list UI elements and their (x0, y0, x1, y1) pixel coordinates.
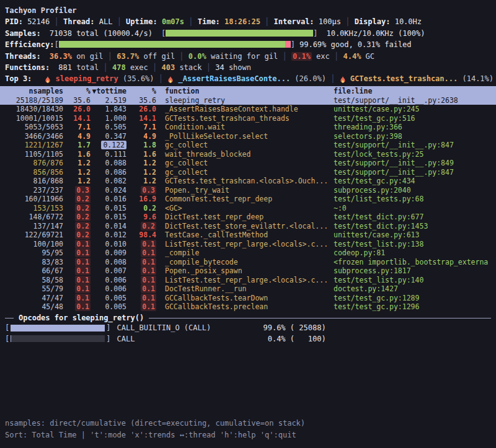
table-row[interactable]: 816/8681.20.0821.2GCTests.test_trashcan.… (0, 177, 496, 186)
cell-pct-direct: 0.1 (75, 240, 91, 248)
opcode-bar (11, 335, 105, 342)
bar-bracket-open-icon: [ (54, 40, 58, 49)
efficiency-label: Efficiency: (5, 40, 54, 49)
cell-function: DocTestRunner.__run (165, 284, 247, 293)
divider-line (149, 318, 491, 318)
samples-bar-fill (166, 30, 313, 37)
cell-nsamples: 1105/1105 (25, 150, 63, 159)
cell-pct-direct: 0.1 (75, 284, 91, 293)
table-row[interactable]: 237/2370.30.0240.3Popen._try_waitsubproc… (0, 186, 496, 195)
bar-bracket-close-icon: ] (291, 40, 295, 49)
opcode-bar (11, 325, 105, 332)
cell-pct-cumulative: 1.2 (143, 168, 156, 177)
cell-pct-cumulative: 0.2 (141, 222, 156, 231)
opcodes-list: []CALL_BUILTIN_O (CALL)99.6% ( 25088)[]C… (0, 323, 496, 345)
column-header-file-line[interactable]: file:line (330, 86, 492, 96)
cell-pct-direct: 0.2 (75, 204, 91, 213)
samples-rate-bar (166, 30, 313, 37)
cell-pct-cumulative: 26.0 (139, 105, 156, 113)
top3-function-name: sleeping_retry (56, 74, 118, 83)
cell-function: gc_collect (165, 168, 208, 177)
samples-label: Samples: (5, 29, 41, 38)
functions-total-name: total (72, 63, 99, 72)
column-header-tottime-sort[interactable]: ▼tottime (91, 86, 126, 96)
opcode-name: CALL_BUILTIN_O (CALL) (117, 323, 263, 332)
threads-off-gil-name: off gil (139, 52, 175, 61)
table-row[interactable]: 1221/12671.70.1221.8gc_collecttest/suppo… (0, 141, 496, 150)
cell-tottime: 0.015 (105, 204, 126, 213)
cell-tottime: 0.010 (105, 240, 126, 248)
table-row[interactable]: 55/790.10.0060.1DocTestRunner.__rundocte… (0, 284, 496, 294)
cell-nsamples: 137/147 (33, 222, 63, 231)
table-row[interactable]: 47/470.10.0050.1GCCallbackTests.tearDown… (0, 294, 496, 303)
cell-function: Condition.wait (165, 123, 225, 131)
table-row[interactable]: 148/67720.20.0159.6DictTest.test_repr_de… (0, 213, 496, 222)
table-row[interactable]: 10001/1001514.11.00014.1GCTests.test_tra… (0, 114, 496, 123)
separator: │ (260, 17, 274, 26)
table-row[interactable]: 5053/50537.10.5057.1Condition.waitthread… (0, 123, 496, 132)
cell-nsamples: 66/67 (42, 266, 63, 275)
table-row[interactable]: 856/8561.20.0861.2gc_collecttest/support… (0, 168, 496, 177)
status-thread-label: Thread: (63, 17, 99, 26)
functions-exec-value: 478 (112, 63, 126, 72)
cell-file-line: test/test_list.py:138 (334, 240, 423, 248)
functions-shown-value: 34 (215, 63, 224, 72)
table-row[interactable]: 18430/1843026.01.84326.0_AssertRaisesBas… (0, 105, 496, 114)
cell-nsamples: 856/856 (33, 168, 63, 177)
table-row[interactable]: 153/1530.20.0150.2<GC>~:0 (0, 204, 496, 213)
table-row[interactable]: 100/1000.10.0100.1ListTest.test_repr_lar… (0, 240, 496, 249)
cell-tottime: 0.024 (105, 186, 126, 195)
column-header-pct-cumulative[interactable]: % (126, 86, 156, 96)
status-display-value: 10.0Hz (395, 17, 422, 26)
separator: │ (184, 17, 198, 26)
cell-pct-cumulative: 4.9 (143, 132, 156, 141)
table-row[interactable]: 160/119660.20.01616.9CommonTest.test_rep… (0, 195, 496, 204)
cell-function: GCTests.test_trashcan.<locals>.Ouch... (165, 177, 328, 185)
column-header-function[interactable]: function (156, 86, 330, 96)
cell-tottime: 0.006 (105, 276, 126, 284)
table-row[interactable]: 122/697210.20.01298.4TestCase._callTestM… (0, 231, 496, 240)
table-row[interactable]: 66/670.10.0070.1Popen._posix_spawnsubpro… (0, 266, 496, 276)
samples-total: 71038 total (10000.4/s) (50, 29, 153, 38)
top3-function-pct: (35.6%) (123, 74, 154, 83)
separator: │ (148, 63, 162, 72)
bar-bracket-open-icon: [ (5, 335, 9, 343)
cell-nsamples: 1221/1267 (25, 141, 63, 149)
table-row[interactable]: 58/580.10.0060.1ListTest.test_repr_large… (0, 276, 496, 285)
table-row[interactable]: 876/8761.20.0881.2gc_collecttest/support… (0, 159, 496, 168)
flame-icon (167, 74, 174, 85)
status-uptime-label: Uptime: (126, 17, 162, 26)
threads-on-gil-name: on gil (72, 52, 104, 61)
opcode-row: []CALL_BUILTIN_O (CALL)99.6% ( 25088) (0, 323, 496, 334)
column-header-pct-direct[interactable]: % (63, 86, 91, 96)
table-row[interactable]: 137/1470.20.0140.2DictTest.test_store_ev… (0, 222, 496, 231)
table-row[interactable]: 1105/11051.60.1111.6wait_threads_blocked… (0, 150, 496, 159)
threads-on-gil-value: 36.3% (50, 52, 72, 61)
cell-nsamples: 25188/25189 (16, 96, 63, 105)
cell-tottime: 0.347 (105, 132, 126, 141)
cell-pct-direct: 0.2 (75, 213, 91, 221)
table-row[interactable]: 95/950.10.0090.1_compilecodeop.py:81 (0, 248, 496, 258)
cell-file-line: test/list_tests.py:68 (334, 195, 423, 203)
cell-file-line: unittest/case.py:245 (334, 105, 419, 113)
cell-file-line: subprocess.py:1817 (334, 266, 411, 275)
cell-function: GCCallbackTests.tearDown (165, 294, 268, 302)
table-row-selected[interactable]: 25188/2518935.62.51935.6sleeping_retryte… (0, 96, 496, 105)
cell-nsamples: 160/11966 (25, 195, 63, 203)
threads-waiting-gil-name: waiting for gil (206, 52, 278, 61)
column-header-nsamples[interactable]: nsamples (4, 86, 63, 96)
table-row[interactable]: 45/480.10.0050.1GCCallbackTests.preclean… (0, 302, 496, 312)
functions-label: Functions: (5, 63, 50, 72)
cell-function: _compile_bytecode (165, 258, 238, 266)
top3-function-pct: (26.0%) (294, 74, 326, 83)
table-row[interactable]: 83/830.10.0080.1_compile_bytecode<frozen… (0, 258, 496, 267)
functions-stack-name: stack (175, 63, 202, 72)
status-interval-label: Interval: (274, 17, 319, 26)
cell-file-line: doctest.py:1427 (334, 284, 398, 293)
table-row[interactable]: 3466/34664.90.3474.9_PollLikeSelector.se… (0, 132, 496, 141)
cell-file-line: subprocess.py:2040 (334, 186, 411, 195)
cell-nsamples: 58/58 (42, 276, 63, 284)
separator: │ (50, 17, 63, 26)
cell-pct-direct: 1.6 (78, 150, 91, 159)
cell-pct-direct: 0.1 (75, 248, 91, 257)
